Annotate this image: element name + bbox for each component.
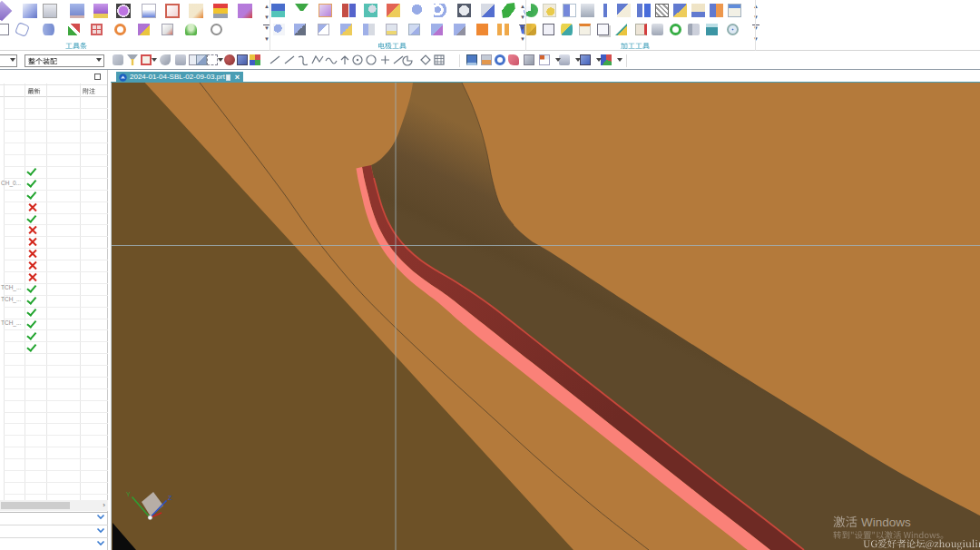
svg-text:Z: Z xyxy=(168,495,172,501)
svg-text:Windows: Windows xyxy=(861,516,911,529)
svg-text:Y: Y xyxy=(126,491,131,497)
